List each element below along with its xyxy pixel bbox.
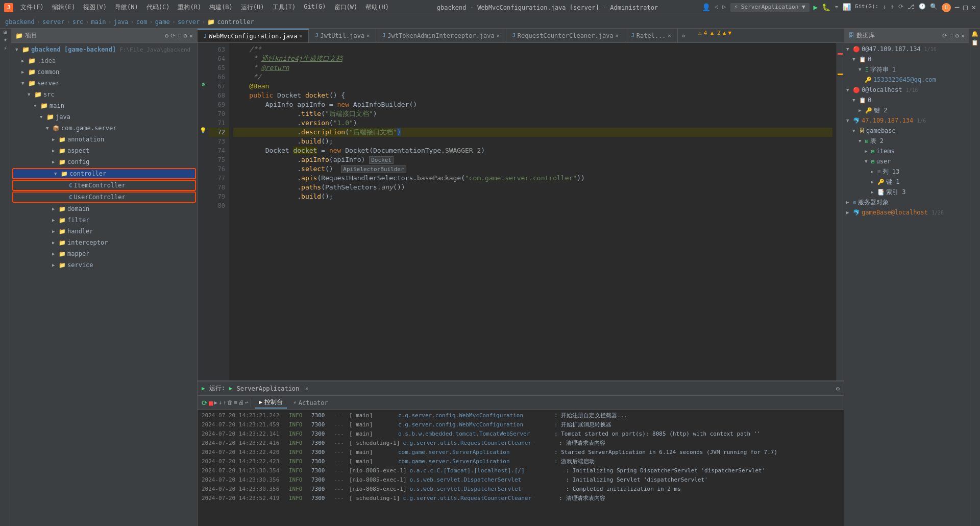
tree-item-handler[interactable]: ▶ 📁 handler	[11, 226, 197, 237]
clear-icon[interactable]: 🗑	[227, 399, 233, 406]
db-item-gamebase-loc[interactable]: ▶ 🐬 gameBase@localhost 1/26	[844, 207, 969, 218]
scroll-top-icon[interactable]: ↑	[223, 399, 227, 406]
tab-jwttoken[interactable]: J JwtTokenAdminInterceptor.java ✕	[376, 29, 506, 43]
breadcrumb-java[interactable]: java	[114, 18, 129, 26]
log-content[interactable]: 2024-07-20 14:23:21.242 INFO 7300 --- [ …	[198, 410, 844, 526]
print-icon[interactable]: 🖨	[238, 399, 244, 406]
light-bulb-gutter[interactable]: 💡	[198, 126, 209, 135]
tree-item-domain[interactable]: ▶ 📁 domain	[11, 203, 197, 214]
tree-item-gbackend[interactable]: ▼ 📁 gbackend [game-backend] F:\File_Java…	[11, 44, 197, 55]
code-content[interactable]: /** * 通过knife4j生成接口文档 * @return */ @Bean…	[229, 43, 837, 380]
menu-git[interactable]: Git(G)	[300, 2, 330, 13]
console-tab[interactable]: ▶ 控制台	[255, 397, 287, 409]
breadcrumb-main[interactable]: main	[91, 18, 106, 26]
actuator-tab[interactable]: ⚡ Actuator	[289, 398, 332, 408]
breadcrumb-gbackend[interactable]: gbackend	[5, 18, 35, 26]
breadcrumb-src[interactable]: src	[72, 18, 84, 26]
db-item-redis1-0[interactable]: ▼ 📋 0	[844, 54, 969, 64]
run-config[interactable]: ⚡ ServerApplication ▼	[730, 3, 810, 12]
event-log-icon[interactable]: 📋	[971, 39, 978, 46]
menu-view[interactable]: 视图(V)	[79, 2, 111, 13]
profile-icon[interactable]: 👤	[702, 3, 710, 12]
db-close-icon[interactable]: ✕	[961, 32, 965, 39]
tab-webmvc-close[interactable]: ✕	[299, 33, 302, 39]
search-everywhere-icon[interactable]: 🔍	[930, 3, 938, 12]
run-btn[interactable]: ▶	[814, 3, 818, 12]
db-sync-icon[interactable]: ⟳	[942, 32, 947, 39]
db-item-user[interactable]: ▼ ⊞ user	[844, 156, 969, 166]
project-collapse-icon[interactable]: ≡	[178, 32, 181, 39]
forward-icon[interactable]: ▷	[722, 3, 726, 12]
tree-item-interceptor[interactable]: ▶ 📁 interceptor	[11, 237, 197, 248]
tree-item-filter[interactable]: ▶ 📁 filter	[11, 214, 197, 226]
back-icon[interactable]: ◁	[715, 3, 718, 12]
db-item-localhost[interactable]: ▼ 🔴 0@localhost 1/16	[844, 85, 969, 95]
plugins-icon[interactable]: ⚡	[4, 45, 7, 52]
git-update[interactable]: ↓	[883, 3, 886, 12]
breadcrumb-game[interactable]: game	[155, 18, 170, 26]
maximize-btn[interactable]: □	[963, 3, 967, 12]
db-settings-icon[interactable]: ⚙	[955, 32, 959, 39]
project-settings-icon[interactable]: ⚙	[184, 32, 187, 39]
tree-item-mapper[interactable]: ▶ 📁 mapper	[11, 248, 197, 259]
favorites-icon[interactable]: ★	[4, 36, 7, 43]
tree-item-java[interactable]: ▼ 📁 java	[11, 111, 197, 123]
menu-build[interactable]: 构建(B)	[205, 2, 237, 13]
db-item-columns[interactable]: ▶ ≡ 列 13	[844, 166, 969, 177]
menu-nav[interactable]: 导航(N)	[111, 2, 142, 13]
breadcrumb-controller[interactable]: controller	[217, 18, 254, 26]
nav-up-icon[interactable]: ▲	[723, 30, 726, 36]
db-item-email1[interactable]: 🔑 1533323645@qq.com	[844, 75, 969, 85]
tab-more-btn[interactable]: »	[678, 32, 690, 39]
menu-run[interactable]: 运行(U)	[237, 2, 268, 13]
db-item-redis1[interactable]: ▼ 🔴 0@47.109.187.134 1/16	[844, 44, 969, 54]
tab-jwtutil-close[interactable]: ✕	[366, 33, 370, 38]
tab-jwttoken-close[interactable]: ✕	[497, 33, 500, 38]
tab-reqctr-close[interactable]: ✕	[616, 33, 619, 38]
run-settings-icon[interactable]: ⚙	[836, 385, 840, 392]
tab-requestcounter[interactable]: J RequestCounterCleaner.java ✕	[506, 29, 625, 43]
db-item-server-obj[interactable]: ▶ ⚙ 服务器对象	[844, 197, 969, 207]
menu-file[interactable]: 文件(F)	[16, 2, 48, 13]
scroll-end-icon[interactable]: ↓	[218, 399, 222, 406]
bean-annotation-gutter[interactable]: ⚙	[198, 80, 209, 89]
tree-item-annotation[interactable]: ▶ 📁 annotation	[11, 134, 197, 145]
profiler-btn[interactable]: 📊	[843, 3, 851, 12]
breadcrumb-server[interactable]: server	[42, 18, 64, 26]
tree-item-aspect[interactable]: ▶ 📁 aspect	[11, 145, 197, 156]
tree-item-idea[interactable]: ▶ 📁 .idea	[11, 55, 197, 66]
rerun-icon[interactable]: ⟳	[202, 399, 208, 407]
coverage-btn[interactable]: ☂	[835, 3, 839, 12]
close-btn[interactable]: ✕	[972, 3, 976, 12]
run-server-name[interactable]: ServerApplication	[236, 385, 299, 392]
db-item-index[interactable]: ▶ 📑 索引 3	[844, 187, 969, 197]
nav-down-icon[interactable]: ▼	[728, 30, 731, 36]
menu-refactor[interactable]: 重构(R)	[174, 2, 205, 13]
tab-ratel[interactable]: J Ratel... ✕	[625, 29, 678, 43]
menu-code[interactable]: 代码(C)	[142, 2, 174, 13]
tree-item-item-controller[interactable]: C ItemController	[12, 180, 196, 191]
tree-item-user-controller[interactable]: C UserController	[12, 192, 196, 203]
project-sync-icon[interactable]: ⟳	[170, 32, 176, 39]
tree-item-controller[interactable]: ▼ 📁 controller	[12, 168, 196, 179]
db-item-mysql[interactable]: ▼ 🐬 47.109.187.134 1/6	[844, 115, 969, 126]
project-close-icon[interactable]: ✕	[189, 32, 193, 39]
stop-icon[interactable]: ■	[209, 399, 213, 407]
tab-ratel-close[interactable]: ✕	[668, 33, 671, 38]
menu-tools[interactable]: 工具(T)	[268, 2, 300, 13]
tree-item-config[interactable]: ▶ 📁 config	[11, 156, 197, 168]
tree-item-src[interactable]: ▼ 📁 src	[11, 89, 197, 100]
breadcrumb-com[interactable]: com	[136, 18, 148, 26]
db-collapse-icon[interactable]: ≡	[949, 32, 953, 39]
git-history[interactable]: ⟳	[898, 3, 903, 12]
db-item-tables[interactable]: ▼ ⊞ 表 2	[844, 136, 969, 146]
tree-item-com-game-server[interactable]: ▼ 📦 com.game.server	[11, 123, 197, 134]
tab-jwtutil[interactable]: J JwtUtil.java ✕	[309, 29, 376, 43]
db-item-items[interactable]: ▶ ⊞ items	[844, 146, 969, 156]
debug-btn[interactable]: 🐛	[822, 3, 830, 12]
tree-item-main[interactable]: ▼ 📁 main	[11, 100, 197, 111]
git-branch[interactable]: ⎇	[908, 3, 915, 12]
run-tab-close[interactable]: ✕	[305, 386, 308, 391]
tab-webmvc[interactable]: J WebMvcConfiguration.java ✕	[198, 29, 309, 43]
tree-item-server[interactable]: ▼ 📁 server	[11, 78, 197, 89]
